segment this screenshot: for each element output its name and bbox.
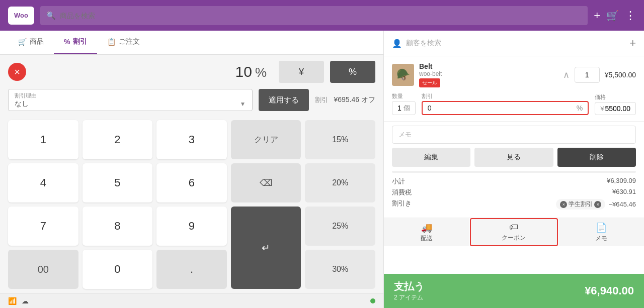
search-bar[interactable]: 🔍 (40, 6, 588, 25)
num-6[interactable]: 6 (156, 163, 227, 202)
product-chevron-up[interactable]: ∧ (563, 69, 570, 80)
left-panel: 🛒 商品 % 割引 📋 ご注文 × 10 % ¥ % 割 (0, 31, 383, 308)
numpad: 1 2 3 クリア 15% 4 5 6 ⌫ 20% 7 8 9 ↵ 25% 00… (0, 116, 383, 293)
discount-field-label: 割引 (422, 92, 589, 100)
tab-orders[interactable]: 📋 ご注文 (97, 31, 150, 54)
product-name: Belt (419, 62, 558, 70)
discount-field[interactable]: 0 % (422, 101, 589, 115)
pay-button[interactable]: 支払う 2 アイテム ¥6,940.00 (384, 274, 644, 308)
apply-button[interactable]: 適用する (259, 89, 309, 111)
preset-20[interactable]: 20% (305, 163, 375, 202)
coupon-icon: 🏷 (509, 222, 518, 233)
status-dot (370, 298, 375, 303)
yen-unit-button[interactable]: ¥ (279, 61, 324, 83)
memo-area[interactable]: メモ (392, 126, 636, 144)
search-input[interactable] (60, 12, 582, 20)
clear-button[interactable]: クリア (231, 120, 301, 159)
cloud-icon: ☁ (22, 297, 29, 305)
discount-percent-sign: % (255, 65, 267, 80)
num-0[interactable]: 0 (83, 250, 153, 289)
product-info: Belt woo-belt セール (419, 62, 558, 87)
num-5[interactable]: 5 (83, 163, 153, 202)
num-4[interactable]: 4 (8, 163, 78, 202)
woo-logo: Woo (8, 7, 34, 25)
discount-badge-text: 学生割引 (569, 200, 593, 209)
coupon-button[interactable]: 🏷 クーポン (470, 218, 557, 246)
reason-row: 割引理由 なし ▼ 適用する 割引 ¥695.46 オフ (0, 89, 383, 116)
menu-icon[interactable]: ⋮ (625, 9, 636, 22)
percent-unit-button[interactable]: % (330, 61, 375, 83)
discount-summary-label: 割引き (392, 199, 412, 210)
product-thumbnail: 🪖 (392, 64, 414, 86)
status-bar: 📶 ☁ (0, 293, 383, 308)
discount-value-row: × 10 % ¥ % (0, 55, 383, 89)
tax-value: ¥630.91 (612, 188, 636, 197)
delivery-icon: 🚚 (421, 222, 432, 233)
bottom-action-buttons: 🚚 配送 🏷 クーポン 📄 メモ (384, 218, 644, 246)
price-field-label: 価格 (595, 93, 636, 101)
orders-icon: 📋 (107, 38, 116, 46)
product-qty-box[interactable]: 1 (575, 67, 600, 83)
discount-summary-value: −¥645.46 (608, 200, 636, 208)
customer-search-header: 👤 顧客を検索 + (384, 31, 644, 56)
subtotal-label: 小計 (392, 177, 405, 186)
wifi-icon: 📶 (8, 297, 17, 305)
add-customer-button[interactable]: + (629, 37, 636, 50)
enter-button[interactable]: ↵ (231, 207, 301, 289)
num-3[interactable]: 3 (156, 120, 227, 159)
products-icon: 🛒 (18, 38, 27, 46)
num-9[interactable]: 9 (156, 207, 227, 246)
pay-info: 支払う 2 アイテム (394, 280, 424, 302)
num-dot[interactable]: . (156, 250, 227, 289)
qty-label: 数量 (392, 92, 416, 100)
nav-tabs: 🛒 商品 % 割引 📋 ご注文 (0, 31, 383, 55)
delivery-button[interactable]: 🚚 配送 (384, 218, 469, 246)
chevron-down-icon: ▼ (240, 100, 246, 108)
delete-button[interactable]: 削除 (557, 148, 636, 167)
customer-icon: 👤 (392, 39, 402, 48)
reason-value: なし (15, 99, 29, 109)
discount-value: 10 (235, 63, 252, 80)
product-badge: セール (419, 78, 440, 87)
tab-discount[interactable]: % 割引 (54, 31, 97, 54)
reason-select[interactable]: 割引理由 なし ▼ (8, 89, 253, 111)
discount-field-value: 0 (428, 104, 432, 112)
search-icon: 🔍 (46, 11, 56, 20)
top-header: Woo 🔍 + 🛒 ⋮ (0, 0, 644, 31)
discount-tab-icon: % (64, 38, 70, 46)
memo-button[interactable]: 📄 メモ (558, 218, 644, 246)
price-num: 5500.00 (605, 105, 630, 113)
preset-30[interactable]: 30% (305, 250, 375, 289)
num-2[interactable]: 2 (83, 120, 153, 159)
reason-label: 割引理由 (15, 92, 246, 99)
discount-field-percent: % (577, 104, 583, 112)
backspace-button[interactable]: ⌫ (231, 163, 301, 202)
product-price: ¥5,500.00 (605, 71, 636, 79)
add-button[interactable]: + (594, 9, 600, 22)
preset-15[interactable]: 15% (305, 120, 375, 159)
subtotal-value: ¥6,309.09 (607, 177, 636, 186)
discount-label-right: 割引 (315, 95, 328, 105)
qty-value: 1 (397, 104, 401, 112)
action-buttons-row: 編集 見る 削除 (392, 148, 636, 167)
qty-unit: 個 (404, 104, 410, 113)
cart-icon[interactable]: 🛒 (606, 10, 619, 22)
pay-count: 2 アイテム (394, 293, 424, 302)
num-7[interactable]: 7 (8, 207, 78, 246)
badge-x-icon: × (560, 201, 567, 208)
price-currency: ¥ (600, 105, 604, 113)
num-1[interactable]: 1 (8, 120, 78, 159)
product-item: 🪖 Belt woo-belt セール ∧ 1 ¥5,500.00 数量 1 (384, 56, 644, 122)
right-panel: 👤 顧客を検索 + 🪖 Belt woo-belt セール ∧ 1 ¥5,500… (383, 31, 644, 308)
close-button[interactable]: × (8, 63, 26, 81)
preset-25[interactable]: 25% (305, 207, 375, 246)
customer-search-placeholder[interactable]: 顧客を検索 (406, 39, 625, 48)
discount-badge-x2: × (594, 201, 601, 208)
tab-products[interactable]: 🛒 商品 (8, 31, 54, 54)
edit-button[interactable]: 編集 (392, 148, 470, 167)
num-8[interactable]: 8 (83, 207, 153, 246)
view-button[interactable]: 見る (474, 148, 553, 167)
num-00[interactable]: 00 (8, 250, 78, 289)
discount-off-text: ¥695.46 オフ (334, 95, 376, 105)
pay-amount: ¥6,940.00 (585, 284, 634, 297)
